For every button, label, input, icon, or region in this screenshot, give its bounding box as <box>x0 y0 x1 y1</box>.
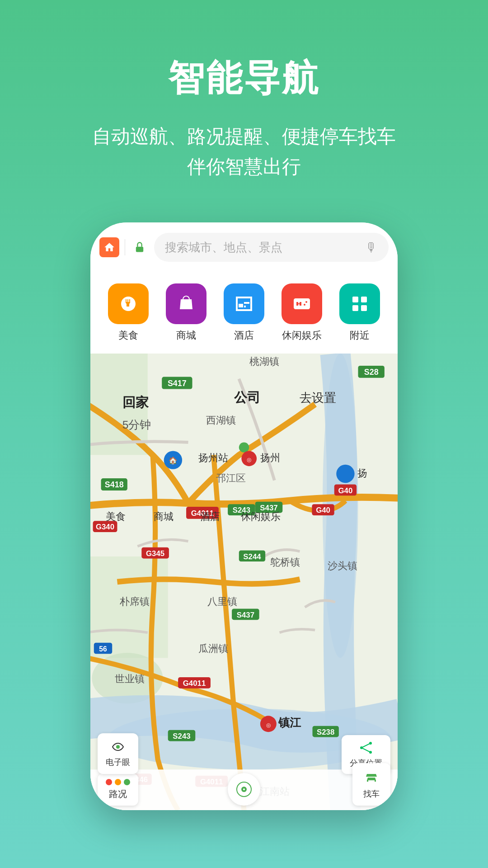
svg-point-80 <box>116 745 120 749</box>
svg-text:西湖镇: 西湖镇 <box>206 415 236 426</box>
phone-frame: 搜索城市、地点、景点 🎙 美食 <box>90 222 398 810</box>
svg-line-85 <box>361 748 371 752</box>
svg-text:56: 56 <box>99 645 107 653</box>
svg-text:S238: S238 <box>317 728 334 736</box>
quick-icon-food[interactable]: 美食 <box>108 283 149 342</box>
svg-text:扬州站: 扬州站 <box>198 452 228 463</box>
svg-text:酒店: 酒店 <box>200 511 220 522</box>
svg-text:S243: S243 <box>173 732 190 741</box>
svg-text:S418: S418 <box>105 481 124 490</box>
electronic-eye-button[interactable]: 电子眼 <box>98 733 138 774</box>
svg-text:桃湖镇: 桃湖镇 <box>249 356 279 367</box>
svg-text:鸵桥镇: 鸵桥镇 <box>270 557 300 568</box>
svg-text:商城: 商城 <box>154 511 174 522</box>
hotel-icon <box>224 283 264 324</box>
subtitle-line1: 自动巡航、路况提醒、便捷停车找车 <box>92 126 396 147</box>
nearby-label: 附近 <box>350 329 370 342</box>
leisure-icon <box>282 283 322 324</box>
traffic-button[interactable]: 路况 <box>98 774 138 806</box>
quick-icon-leisure[interactable]: 休闲娱乐 <box>282 283 322 342</box>
svg-text:G4011: G4011 <box>183 679 206 688</box>
svg-point-60 <box>336 465 354 483</box>
food-label: 美食 <box>118 329 138 342</box>
svg-rect-4 <box>361 305 367 311</box>
quick-icon-nearby[interactable]: 附近 <box>339 283 380 342</box>
mic-icon[interactable]: 🎙 <box>365 240 378 255</box>
svg-text:回家: 回家 <box>122 395 149 410</box>
food-icon <box>108 283 149 324</box>
svg-text:🏠: 🏠 <box>169 457 178 465</box>
svg-point-53 <box>239 443 249 453</box>
divider <box>125 239 125 255</box>
svg-rect-3 <box>352 305 358 311</box>
svg-text:朴席镇: 朴席镇 <box>119 596 150 607</box>
svg-text:5分钟: 5分钟 <box>122 419 151 431</box>
svg-rect-1 <box>352 297 358 302</box>
search-input[interactable]: 搜索城市、地点、景点 🎙 <box>154 233 389 262</box>
map-area[interactable]: S417 S28 S418 G4011 S243 <box>90 354 398 810</box>
subtitle: 自动巡航、路况提醒、便捷停车找车 伴你智慧出行 <box>0 121 488 182</box>
home-nav-icon[interactable] <box>99 237 119 257</box>
svg-text:休闲娱乐: 休闲娱乐 <box>241 511 281 522</box>
hotel-label: 酒店 <box>234 329 254 342</box>
svg-text:G340: G340 <box>96 523 114 532</box>
page-title: 智能导航 <box>0 54 488 103</box>
lock-icon[interactable] <box>131 238 149 256</box>
svg-text:S244: S244 <box>243 552 261 561</box>
nearby-icon <box>339 283 380 324</box>
svg-text:G40: G40 <box>338 486 353 495</box>
phone-screen: 搜索城市、地点、景点 🎙 美食 <box>90 222 398 810</box>
quick-icons-area: 美食 商城 酒店 <box>90 272 398 354</box>
svg-text:扬: 扬 <box>357 467 367 479</box>
shop-icon <box>166 283 206 324</box>
svg-text:八里镇: 八里镇 <box>207 596 237 607</box>
svg-text:沙头镇: 沙头镇 <box>328 560 357 571</box>
header-section: 智能导航 自动巡航、路况提醒、便捷停车找车 伴你智慧出行 <box>0 0 488 209</box>
svg-rect-2 <box>361 297 367 302</box>
svg-line-84 <box>361 743 371 748</box>
quick-icon-shop[interactable]: 商城 <box>166 283 206 342</box>
leisure-label: 休闲娱乐 <box>282 329 322 342</box>
quick-icon-hotel[interactable]: 酒店 <box>224 283 264 342</box>
svg-text:公司: 公司 <box>234 390 260 405</box>
find-car-label: 找车 <box>363 788 380 799</box>
electronic-eye-label: 电子眼 <box>106 757 130 768</box>
svg-text:邗江区: 邗江区 <box>216 472 246 484</box>
svg-text:G40: G40 <box>316 506 330 515</box>
svg-text:去设置: 去设置 <box>300 391 336 405</box>
svg-text:G345: G345 <box>146 549 164 558</box>
svg-text:世业镇: 世业镇 <box>115 674 145 685</box>
svg-rect-0 <box>136 247 143 252</box>
svg-text:S437: S437 <box>237 611 254 619</box>
find-car-button[interactable]: 找车 <box>352 763 390 806</box>
svg-text:镇江: 镇江 <box>278 717 301 729</box>
svg-text:◎: ◎ <box>247 457 251 463</box>
location-button[interactable] <box>228 773 260 806</box>
phone-mockup: 搜索城市、地点、景点 🎙 美食 <box>90 222 398 810</box>
search-bar-area: 搜索城市、地点、景点 🎙 <box>90 222 398 272</box>
search-placeholder: 搜索城市、地点、景点 <box>165 240 282 255</box>
svg-text:瓜洲镇: 瓜洲镇 <box>198 643 228 654</box>
svg-point-88 <box>243 788 245 790</box>
shop-label: 商城 <box>176 329 196 342</box>
traffic-label: 路况 <box>109 788 127 800</box>
svg-text:S417: S417 <box>168 379 187 388</box>
svg-text:美食: 美食 <box>106 511 126 522</box>
subtitle-line2: 伴你智慧出行 <box>187 156 301 177</box>
svg-text:◎: ◎ <box>266 722 271 728</box>
svg-text:S28: S28 <box>364 368 379 377</box>
svg-text:扬州: 扬州 <box>260 452 280 463</box>
